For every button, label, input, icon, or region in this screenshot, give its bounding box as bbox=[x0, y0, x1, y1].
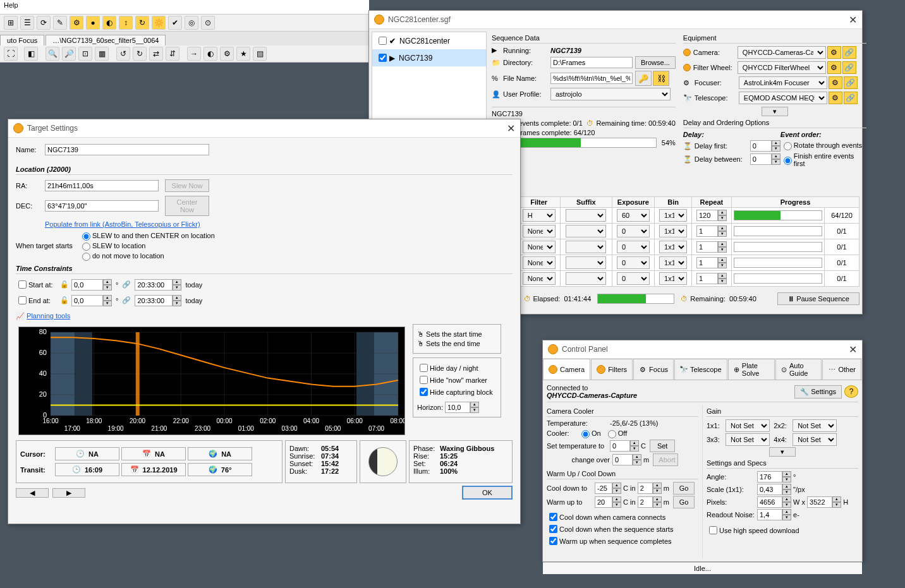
center-now-button[interactable]: Center Now bbox=[165, 196, 209, 216]
lock-icon[interactable]: 🔓 bbox=[60, 280, 69, 289]
repeat-input[interactable] bbox=[696, 273, 718, 284]
nomove-radio[interactable] bbox=[82, 253, 90, 261]
key-icon[interactable]: 🔑 bbox=[635, 71, 652, 86]
warmup-seq-check[interactable] bbox=[549, 537, 557, 545]
spin-up[interactable]: ▴ bbox=[633, 454, 641, 460]
spin-down[interactable]: ▾ bbox=[772, 146, 780, 152]
spin-down[interactable]: ▾ bbox=[630, 446, 639, 452]
spin-down[interactable]: ▾ bbox=[653, 488, 662, 494]
tool-icon[interactable]: ↻ bbox=[135, 16, 149, 30]
spin-up[interactable]: ▴ bbox=[103, 279, 112, 285]
spin-down[interactable]: ▾ bbox=[772, 159, 780, 165]
spin-down[interactable]: ▾ bbox=[718, 215, 727, 221]
cd-connect-check[interactable] bbox=[549, 513, 557, 521]
spin-down[interactable]: ▾ bbox=[653, 502, 662, 508]
gear-icon[interactable]: ⚙ bbox=[220, 47, 234, 61]
gain-2x2-select[interactable]: Not Set bbox=[793, 419, 837, 432]
flip-h-icon[interactable]: ⇄ bbox=[149, 47, 163, 61]
tab-telescope[interactable]: 🔭Telescope bbox=[674, 359, 727, 380]
end-val-input[interactable] bbox=[71, 295, 103, 306]
spin-down[interactable]: ▾ bbox=[173, 301, 181, 306]
end-at-check[interactable] bbox=[18, 296, 27, 304]
spin-up[interactable]: ▴ bbox=[782, 471, 791, 477]
spin-up[interactable]: ▴ bbox=[718, 225, 727, 231]
set-button[interactable]: Set bbox=[650, 440, 675, 452]
finish-radio[interactable] bbox=[784, 157, 792, 165]
grid-icon[interactable]: ▤ bbox=[253, 47, 267, 61]
go-button[interactable]: Go bbox=[673, 496, 695, 508]
spin-down[interactable]: ▾ bbox=[103, 301, 112, 306]
filter-select[interactable]: None bbox=[523, 256, 556, 269]
filter-select[interactable]: None bbox=[523, 225, 556, 237]
angle-input[interactable] bbox=[757, 471, 782, 483]
tool-icon[interactable]: ⊙ bbox=[201, 16, 215, 30]
repeat-input[interactable] bbox=[696, 210, 718, 221]
slew-radio[interactable] bbox=[82, 243, 90, 251]
gain-1x1-select[interactable]: Not Set bbox=[726, 419, 770, 432]
spin-down[interactable]: ▾ bbox=[718, 247, 727, 253]
tab-autoguide[interactable]: ⊙Auto Guide bbox=[775, 359, 822, 380]
gain-3x3-select[interactable]: Not Set bbox=[726, 433, 770, 446]
spin-up[interactable]: ▴ bbox=[718, 257, 727, 263]
start-time-input[interactable] bbox=[135, 279, 173, 291]
spin-up[interactable]: ▴ bbox=[782, 509, 791, 515]
planning-tools-link[interactable]: Planning tools bbox=[27, 312, 70, 320]
settings-button[interactable]: 🔧 Settings bbox=[794, 385, 842, 399]
tab-platesolve[interactable]: ⊕Plate Solve bbox=[728, 359, 775, 380]
tab-camera[interactable]: Camera bbox=[543, 359, 590, 380]
bin-select[interactable]: 1x1 bbox=[659, 209, 687, 222]
focuser-select[interactable]: AstroLink4m Focuser bbox=[739, 76, 827, 89]
spin-up[interactable]: ▴ bbox=[718, 210, 727, 215]
rotate-ccw-icon[interactable]: ↺ bbox=[116, 47, 130, 61]
target-check[interactable] bbox=[379, 54, 387, 62]
exposure-select[interactable]: 60 bbox=[617, 209, 650, 222]
exposure-select[interactable]: 0 bbox=[617, 272, 650, 285]
camera-select[interactable]: QHYCCD-Cameras-Capture bbox=[738, 46, 826, 59]
end-time-input[interactable] bbox=[135, 295, 173, 306]
tool-icon[interactable]: ☰ bbox=[20, 16, 34, 30]
bin-select[interactable]: 1x1 bbox=[659, 256, 687, 269]
spin-down[interactable]: ▾ bbox=[782, 477, 791, 483]
star-icon[interactable]: ★ bbox=[236, 47, 250, 61]
spin-up[interactable]: ▴ bbox=[103, 295, 112, 301]
name-input[interactable] bbox=[45, 144, 209, 155]
spin-up[interactable]: ▴ bbox=[782, 484, 791, 489]
exposure-select[interactable]: 0 bbox=[617, 241, 650, 253]
ok-button[interactable]: OK bbox=[462, 486, 513, 500]
exposure-select[interactable]: 0 bbox=[617, 225, 650, 237]
delay-first-input[interactable] bbox=[750, 140, 772, 152]
spin-up[interactable]: ▴ bbox=[612, 483, 621, 488]
spin-up[interactable]: ▴ bbox=[630, 440, 639, 446]
pause-sequence-button[interactable]: ⏸ Pause Sequence bbox=[777, 292, 859, 305]
px-h-input[interactable] bbox=[807, 496, 832, 508]
hide-capture-check[interactable] bbox=[420, 388, 428, 396]
connect-icon[interactable]: ⚙ bbox=[827, 46, 841, 59]
cd-seq-check[interactable] bbox=[549, 525, 557, 533]
zoom-all-icon[interactable]: ▦ bbox=[95, 47, 109, 61]
close-icon[interactable]: ✕ bbox=[849, 344, 857, 356]
spin-down[interactable]: ▾ bbox=[718, 279, 727, 284]
readout-input[interactable] bbox=[757, 509, 782, 520]
userprofile-select[interactable]: astrojolo bbox=[550, 88, 671, 100]
spin-down[interactable]: ▾ bbox=[718, 263, 727, 268]
expand-button[interactable]: ▾ bbox=[762, 107, 788, 116]
suffix-select[interactable] bbox=[566, 256, 606, 269]
px-w-input[interactable] bbox=[757, 496, 782, 508]
spin-down[interactable]: ▾ bbox=[470, 407, 479, 413]
filterwheel-select[interactable]: QHYCCD FilterWheel bbox=[738, 61, 826, 74]
spin-down[interactable]: ▾ bbox=[718, 231, 727, 237]
warmup-input[interactable] bbox=[595, 496, 612, 508]
cooldown-min-input[interactable] bbox=[638, 483, 653, 494]
repeat-input[interactable] bbox=[696, 241, 718, 253]
telescope-select[interactable]: EQMOD ASCOM HEQ5/6 bbox=[739, 92, 827, 104]
connect-icon[interactable]: ⚙ bbox=[829, 92, 842, 104]
warmup-min-input[interactable] bbox=[638, 496, 653, 508]
cooler-off-radio[interactable] bbox=[608, 430, 616, 438]
tool-icon[interactable]: ◐ bbox=[102, 16, 116, 30]
tool-icon[interactable]: 🔆 bbox=[152, 16, 166, 30]
tab-image[interactable]: …\NGC7139_60sec_filter5__0064 bbox=[46, 35, 166, 45]
filter-select[interactable]: None bbox=[523, 241, 556, 253]
horizon-input[interactable] bbox=[445, 402, 470, 413]
link-icon[interactable]: 🔗 bbox=[844, 76, 858, 89]
settemp-input[interactable] bbox=[610, 440, 630, 452]
